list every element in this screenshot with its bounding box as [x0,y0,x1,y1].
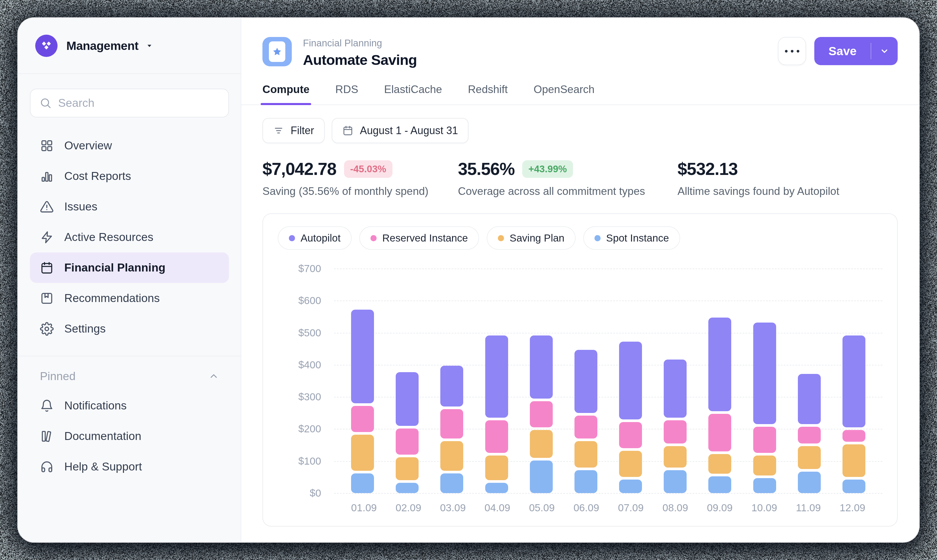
bar-segment-reserved-instance[interactable] [664,420,686,443]
bar-01-09[interactable] [351,269,374,493]
bar-segment-saving-plan[interactable] [798,446,821,469]
save-button[interactable]: Save [814,37,871,65]
bar-segment-saving-plan[interactable] [664,446,686,468]
bar-11-09[interactable] [798,269,821,493]
tab-compute[interactable]: Compute [262,83,309,105]
search-input[interactable] [58,97,220,109]
tab-rds[interactable]: RDS [335,83,358,105]
bar-02-09[interactable] [396,269,418,493]
bar-segment-spot-instance[interactable] [843,480,865,493]
bar-segment-autopilot[interactable] [664,360,686,418]
bar-segment-saving-plan[interactable] [708,454,731,474]
bar-03-09[interactable] [440,269,463,493]
bar-segment-saving-plan[interactable] [753,455,776,475]
x-tick-label: 10.09 [751,502,777,514]
legend-dot-icon [371,235,377,241]
bar-06-09[interactable] [574,269,597,493]
bar-segment-spot-instance[interactable] [485,483,508,493]
sidebar-item-label: Recommendations [64,292,160,305]
bar-09-09[interactable] [708,269,731,493]
bar-segment-reserved-instance[interactable] [440,409,463,438]
calendar-icon [342,125,354,136]
bar-segment-reserved-instance[interactable] [708,414,731,451]
bar-segment-saving-plan[interactable] [351,435,374,471]
legend-chip-saving-plan[interactable]: Saving Plan [487,226,575,250]
chevron-up-icon[interactable] [208,371,219,382]
bar-segment-spot-instance[interactable] [574,470,597,493]
sidebar-item-help-support[interactable]: Help & Support [30,451,229,482]
bar-segment-autopilot[interactable] [798,374,821,424]
bar-segment-reserved-instance[interactable] [798,427,821,443]
bar-segment-spot-instance[interactable] [708,476,731,493]
bar-segment-saving-plan[interactable] [843,445,865,477]
x-tick-label: 02.09 [396,502,422,514]
bar-segment-reserved-instance[interactable] [351,406,374,432]
x-axis-labels: 01.0902.0903.0904.0905.0906.0907.0908.09… [334,502,882,514]
sidebar-item-issues[interactable]: Issues [30,191,229,222]
tab-redshift[interactable]: Redshift [468,83,508,105]
y-tick-label: $400 [298,359,321,371]
bar-segment-spot-instance[interactable] [798,472,821,493]
x-tick-label: 11.09 [796,502,821,514]
bar-segment-saving-plan[interactable] [574,441,597,467]
sidebar-item-settings[interactable]: Settings [30,314,229,344]
legend-chip-spot-instance[interactable]: Spot Instance [583,226,680,250]
legend-chip-autopilot[interactable]: Autopilot [278,226,352,250]
bar-segment-autopilot[interactable] [440,366,463,406]
bar-segment-reserved-instance[interactable] [574,415,597,438]
bar-segment-autopilot[interactable] [574,350,597,413]
bar-segment-reserved-instance[interactable] [753,427,776,453]
bar-12-09[interactable] [843,269,865,493]
bar-segment-reserved-instance[interactable] [485,420,508,453]
bar-07-09[interactable] [619,269,642,493]
bar-segment-spot-instance[interactable] [396,483,418,493]
sidebar-item-documentation[interactable]: Documentation [30,421,229,451]
bar-segment-spot-instance[interactable] [619,480,642,493]
bar-segment-spot-instance[interactable] [664,470,686,493]
sidebar-item-overview[interactable]: Overview [30,130,229,161]
more-options-button[interactable] [778,37,806,65]
date-range-button[interactable]: August 1 - August 31 [332,118,469,143]
bar-08-09[interactable] [664,269,686,493]
bar-05-09[interactable] [530,269,553,493]
bar-segment-reserved-instance[interactable] [396,429,418,455]
bar-segment-reserved-instance[interactable] [530,401,553,427]
bar-segment-autopilot[interactable] [485,335,508,418]
bar-segment-reserved-instance[interactable] [843,430,865,442]
bar-chart-icon [40,169,54,183]
bar-segment-autopilot[interactable] [530,335,553,398]
bar-segment-reserved-instance[interactable] [619,422,642,448]
sidebar-item-financial-planning[interactable]: Financial Planning [30,252,229,283]
y-tick-label: $200 [298,423,321,435]
bar-segment-autopilot[interactable] [843,335,865,427]
sidebar-item-cost-reports[interactable]: Cost Reports [30,161,229,191]
y-tick-label: $100 [298,455,321,467]
bar-segment-spot-instance[interactable] [351,474,374,493]
save-dropdown-button[interactable] [871,37,898,65]
sidebar-item-notifications[interactable]: Notifications [30,390,229,421]
bar-segment-autopilot[interactable] [396,372,418,426]
bar-segment-saving-plan[interactable] [485,455,508,480]
bar-segment-autopilot[interactable] [753,323,776,424]
tab-elasticache[interactable]: ElastiCache [384,83,442,105]
bar-04-09[interactable] [485,269,508,493]
workspace-switcher[interactable]: Management [18,18,241,74]
bar-segment-autopilot[interactable] [351,310,374,403]
y-tick-label: $0 [310,487,321,499]
legend-chip-reserved-instance[interactable]: Reserved Instance [359,226,479,250]
bar-segment-saving-plan[interactable] [440,441,463,471]
bar-segment-autopilot[interactable] [708,318,731,411]
bar-segment-saving-plan[interactable] [530,430,553,458]
sidebar-item-active-resources[interactable]: Active Resources [30,222,229,252]
bar-segment-saving-plan[interactable] [619,451,642,477]
bar-segment-spot-instance[interactable] [530,460,553,493]
filter-button[interactable]: Filter [262,118,325,143]
y-tick-label: $500 [298,327,321,339]
bar-segment-spot-instance[interactable] [753,478,776,493]
bar-segment-spot-instance[interactable] [440,474,463,493]
bar-10-09[interactable] [753,269,776,493]
bar-segment-autopilot[interactable] [619,342,642,419]
sidebar-item-recommendations[interactable]: Recommendations [30,283,229,314]
bar-segment-saving-plan[interactable] [396,457,418,480]
tab-opensearch[interactable]: OpenSearch [534,83,595,105]
